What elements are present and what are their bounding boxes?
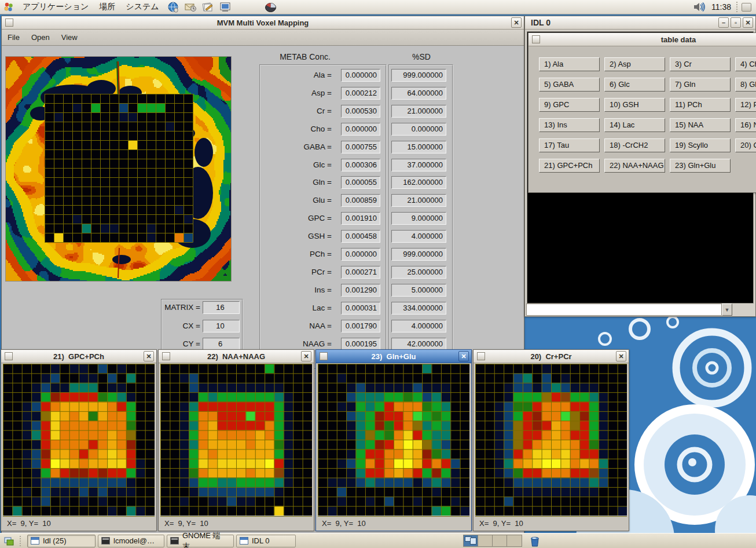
heatmap-canvas[interactable] (160, 364, 312, 516)
sd-value-field[interactable]: 334.000000 (391, 302, 446, 315)
table-data-button[interactable]: 4) Cho (735, 57, 756, 71)
taskbar-item[interactable]: lcmodel@… (98, 535, 164, 547)
table-data-button[interactable]: 18) -CrCH2 (604, 138, 665, 152)
sd-value-field[interactable]: 15.000000 (391, 141, 446, 154)
table-data-button[interactable]: 9) GPC (539, 98, 600, 112)
panel-drag-handle[interactable] (736, 2, 740, 12)
conc-value-field[interactable]: 0.000271 (341, 266, 380, 279)
trash-icon[interactable] (528, 535, 542, 547)
close-icon[interactable]: ✕ (144, 351, 154, 361)
window-menu-icon[interactable] (532, 35, 540, 43)
table-data-button[interactable]: 15) NAA (670, 118, 731, 132)
conc-value-field[interactable]: 0.000055 (341, 176, 380, 189)
table-data-button[interactable]: 21) GPC+PCh (539, 159, 600, 173)
heatmap-canvas[interactable] (3, 364, 155, 516)
mvm-titlebar[interactable]: MVM Multi Voxel Mapping ✕ (2, 16, 524, 30)
table-data-button[interactable]: 12) PCr (735, 98, 756, 112)
table-data-button[interactable]: 7) Gln (670, 78, 731, 92)
matrix-value-field[interactable]: 16 (203, 301, 240, 314)
volume-icon[interactable] (692, 1, 706, 13)
photo-icon[interactable] (218, 1, 232, 13)
table-data-button[interactable]: 2) Asp (604, 57, 665, 71)
table-data-button[interactable]: 5) GABA (539, 78, 600, 92)
conc-value-field[interactable]: 0.000212 (341, 87, 380, 100)
menu-system[interactable]: システム (120, 0, 164, 14)
table-data-button[interactable]: 8) Glu (735, 78, 756, 92)
distro-menu-icon[interactable] (2, 1, 16, 13)
conc-value-field[interactable]: 0.000458 (341, 230, 380, 243)
map-window-titlebar[interactable]: 20) Cr+PCr✕ (474, 350, 629, 363)
table-data-button[interactable]: 1) Ala (539, 57, 600, 71)
taskbar-item[interactable]: GNOME 端末 (167, 535, 234, 547)
workspace-3[interactable] (493, 535, 507, 546)
workspace-4[interactable] (507, 535, 522, 546)
table-data-titlebar[interactable]: table data (529, 33, 756, 46)
close-icon[interactable]: ✕ (511, 17, 522, 28)
sd-value-field[interactable]: 162.000000 (391, 176, 446, 189)
window-menu-icon[interactable] (5, 352, 13, 360)
minimize-icon[interactable]: – (718, 17, 729, 28)
brain-map-canvas[interactable] (6, 57, 231, 281)
conc-value-field[interactable]: 0.001910 (341, 212, 380, 225)
table-data-button[interactable]: 14) Lac (604, 118, 665, 132)
idl-command-input[interactable] (526, 304, 722, 316)
maximize-icon[interactable]: ▫ (731, 17, 741, 28)
menu-file[interactable]: File (2, 33, 25, 42)
matrix-value-field[interactable]: 6 (203, 338, 240, 350)
close-icon[interactable]: ✕ (301, 351, 311, 361)
table-data-button[interactable]: 3) Cr (670, 57, 731, 71)
conc-value-field[interactable]: 0.001290 (341, 284, 380, 297)
sd-value-field[interactable]: 5.000000 (391, 284, 446, 297)
sd-value-field[interactable]: 42.000000 (391, 338, 446, 350)
conc-value-field[interactable]: 0.000755 (341, 141, 380, 154)
draw-icon[interactable] (201, 1, 215, 13)
heatmap-canvas[interactable] (475, 364, 627, 516)
sd-value-field[interactable]: 25.000000 (391, 266, 446, 279)
sd-value-field[interactable]: 0.000000 (391, 123, 446, 136)
sd-value-field[interactable]: 4.000000 (391, 230, 446, 243)
window-menu-icon[interactable] (162, 352, 170, 360)
sd-value-field[interactable]: 999.000000 (391, 248, 446, 261)
conc-value-field[interactable]: 0.000306 (341, 159, 380, 171)
tray-keyboard-icon[interactable] (742, 3, 751, 12)
sd-value-field[interactable]: 999.000000 (391, 69, 446, 82)
menu-places[interactable]: 場所 (94, 0, 120, 14)
window-menu-icon[interactable] (477, 352, 485, 360)
table-data-button[interactable]: 10) GSH (604, 98, 665, 112)
workspace-switcher[interactable] (463, 535, 522, 547)
heatmap-canvas[interactable] (318, 364, 469, 516)
idl0-titlebar[interactable]: IDL 0 – ▫ ✕ (525, 16, 755, 30)
table-data-button[interactable]: 23) Gln+Glu (670, 159, 731, 173)
conc-value-field[interactable]: 0.000530 (341, 105, 380, 118)
map-window-titlebar[interactable]: 23) Gln+Glu✕ (316, 350, 471, 363)
table-data-button[interactable]: 11) PCh (670, 98, 731, 112)
sd-value-field[interactable]: 64.000000 (391, 87, 446, 100)
workspace-2[interactable] (478, 535, 493, 546)
conc-value-field[interactable]: 0.000195 (341, 338, 380, 350)
close-icon[interactable]: ✕ (458, 351, 469, 361)
window-menu-icon[interactable] (5, 19, 13, 27)
conc-value-field[interactable]: 0.000031 (341, 302, 380, 315)
conc-value-field[interactable]: 0.000859 (341, 194, 380, 207)
sd-value-field[interactable]: 21.000000 (391, 194, 446, 207)
table-data-button[interactable]: 22) NAA+NAAG (604, 159, 665, 173)
sd-value-field[interactable]: 21.000000 (391, 105, 446, 118)
menu-view[interactable]: View (56, 33, 83, 42)
conc-value-field[interactable]: 0.001790 (341, 320, 380, 333)
clock[interactable]: 11:38 (708, 2, 735, 12)
conc-value-field[interactable]: 0.000000 (341, 69, 380, 82)
close-icon[interactable]: ✕ (743, 17, 753, 28)
browser-icon[interactable] (166, 1, 180, 13)
pie-chart-icon[interactable] (264, 1, 278, 13)
chevron-down-icon[interactable]: ▼ (722, 304, 732, 316)
taskbar-item[interactable]: Idl (25) (27, 535, 96, 547)
taskbar-item[interactable]: IDL 0 (236, 535, 296, 547)
matrix-value-field[interactable]: 10 (203, 320, 240, 333)
sd-value-field[interactable]: 4.000000 (391, 320, 446, 333)
table-data-button[interactable]: 13) Ins (539, 118, 600, 132)
table-data-button[interactable]: 19) Scyllo (670, 138, 731, 152)
close-icon[interactable]: ✕ (616, 351, 626, 361)
table-data-button[interactable]: 17) Tau (539, 138, 600, 152)
conc-value-field[interactable]: 0.000000 (341, 248, 380, 261)
menu-open[interactable]: Open (25, 33, 56, 42)
